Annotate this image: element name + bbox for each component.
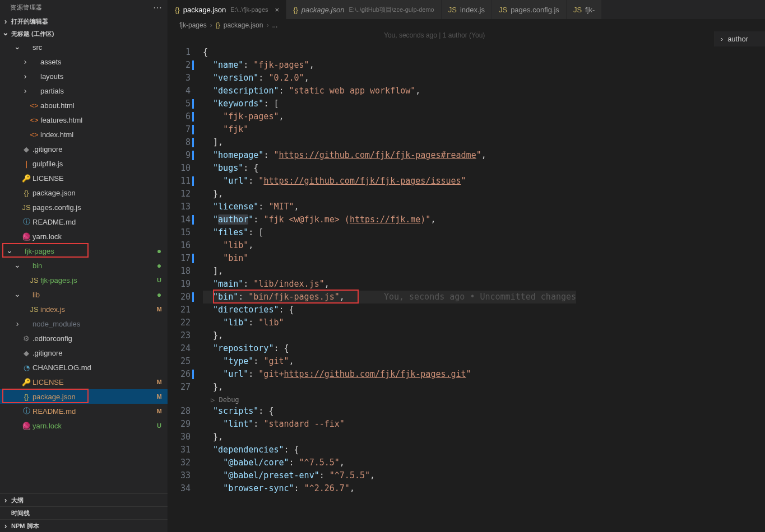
tree-item[interactable]: layouts — [0, 69, 168, 83]
tree-label: partials — [40, 87, 155, 95]
tab-file-icon: JS — [573, 6, 582, 14]
tree-item[interactable]: JSfjk-pages.jsU — [0, 273, 168, 287]
tree-item[interactable]: 🧶yarn.lock — [0, 229, 168, 244]
file-icon: JS — [29, 305, 39, 314]
editor-tab[interactable]: JSindex.js — [442, 0, 492, 19]
file-tree: srcassetslayoutspartials<>about.html<>fe… — [0, 40, 168, 493]
tree-label: pages.config.js — [33, 203, 155, 212]
tree-label: gulpfile.js — [33, 160, 155, 168]
tree-item[interactable]: ◔CHANGELOG.md — [0, 360, 168, 375]
code-area[interactable]: { "name": "fjk-pages", "version": "0.2.0… — [201, 46, 576, 532]
tree-label: fjk-pages.js — [40, 276, 155, 284]
file-icon: 🧶 — [21, 422, 31, 430]
tree-item[interactable]: {}package.jsonM — [0, 389, 168, 404]
tree-item[interactable]: assets — [0, 54, 168, 69]
tree-item[interactable]: 🔑LICENSEM — [0, 375, 168, 389]
tree-item[interactable]: <>features.html — [0, 113, 168, 127]
tree-item[interactable]: {}package.json — [0, 185, 168, 200]
editor-tab[interactable]: JSfjk- — [567, 0, 602, 19]
file-icon: {} — [21, 393, 31, 401]
tree-item[interactable]: 🧶yarn.lockU — [0, 418, 168, 433]
tree-label: index.js — [40, 305, 155, 314]
file-icon: 🔑 — [21, 174, 31, 183]
explorer-more-icon[interactable]: ⋯ — [153, 2, 163, 13]
sidebar-bottom-section[interactable]: 大纲 — [0, 493, 168, 506]
file-icon: ◆ — [21, 145, 31, 153]
file-icon: {} — [21, 189, 31, 197]
tree-item[interactable]: JSpages.config.js — [0, 200, 168, 214]
tree-item[interactable]: <>index.html — [0, 127, 168, 142]
file-icon: <> — [29, 116, 39, 124]
tree-label: README.md — [33, 218, 155, 226]
explorer-title: 资源管理器 — [10, 3, 43, 12]
workspace-section[interactable]: 无标题 (工作区) — [0, 27, 168, 40]
tree-label: README.md — [33, 407, 155, 416]
tree-label: bin — [33, 262, 155, 270]
line-gutter[interactable]: 1234567891011121314151617181920212223242… — [168, 46, 201, 532]
tree-item[interactable]: bin● — [0, 258, 168, 273]
tab-file-icon: JS — [499, 6, 507, 14]
file-icon: 🧶 — [21, 232, 31, 241]
sidebar-bottom-section[interactable]: NPM 脚本 — [0, 519, 168, 532]
editor-tab[interactable]: {}package.jsonE:\..\gitHub项目\zce-gulp-de… — [286, 0, 442, 19]
file-icon: JS — [21, 203, 31, 212]
tab-file-icon: {} — [293, 6, 298, 14]
tree-label: .editorconfig — [33, 334, 155, 343]
tree-item[interactable]: <>about.html — [0, 98, 168, 113]
close-icon[interactable]: × — [275, 6, 280, 14]
tree-item[interactable]: ⚙.editorconfig — [0, 331, 168, 346]
tree-item[interactable]: 🔑LICENSE — [0, 171, 168, 185]
tree-label: package.json — [33, 189, 155, 197]
tree-label: features.html — [40, 116, 155, 124]
tree-label: src — [33, 43, 155, 52]
file-icon: ❘ — [21, 160, 31, 168]
tree-item[interactable]: fjk-pages● — [0, 244, 168, 258]
file-icon: <> — [29, 130, 39, 139]
tree-item[interactable]: partials — [0, 83, 168, 98]
tree-label: node_modules — [33, 320, 155, 328]
file-icon: ⚙ — [21, 334, 31, 343]
tree-label: LICENSE — [33, 174, 155, 183]
file-icon: 🔑 — [21, 378, 31, 386]
chevron-right-icon — [2, 17, 9, 26]
sidebar-bottom-section[interactable]: 时间线 — [0, 506, 168, 519]
chevron-down-icon — [2, 29, 9, 38]
breadcrumb[interactable]: fjk-pages›{}package.json›... — [168, 19, 765, 31]
tree-label: CHANGELOG.md — [33, 363, 155, 372]
tree-item[interactable]: node_modules — [0, 316, 168, 331]
open-editors-section[interactable]: 打开的编辑器 — [0, 15, 168, 27]
tree-item[interactable]: ◆.gitignore — [0, 346, 168, 360]
editor-tab[interactable]: {}package.jsonE:\..\fjk-pages× — [168, 0, 286, 19]
tree-label: LICENSE — [33, 378, 155, 386]
file-icon: <> — [29, 101, 39, 110]
tree-item[interactable]: ◆.gitignore — [0, 142, 168, 156]
editor-tab[interactable]: JSpages.config.js — [492, 0, 567, 19]
tree-label: fjk-pages — [25, 247, 155, 255]
tree-label: yarn.lock — [33, 422, 155, 430]
file-icon: ◔ — [21, 363, 31, 372]
tree-label: package.json — [33, 393, 155, 401]
tree-label: .gitignore — [33, 145, 155, 153]
file-icon: ⓘ — [21, 406, 31, 416]
sticky-outline[interactable]: › author — [715, 31, 765, 46]
tree-label: index.html — [40, 130, 155, 139]
tree-label: .gitignore — [33, 349, 155, 357]
tree-item[interactable]: ❘gulpfile.js — [0, 156, 168, 171]
tree-item[interactable]: JSindex.jsM — [0, 302, 168, 316]
tree-label: about.html — [40, 101, 155, 110]
tree-item[interactable]: lib● — [0, 287, 168, 302]
chevron-right-icon: › — [721, 35, 723, 43]
tree-label: yarn.lock — [33, 232, 155, 241]
tree-item[interactable]: ⓘREADME.mdM — [0, 404, 168, 418]
tree-label: assets — [40, 58, 155, 66]
tab-file-icon: {} — [175, 6, 180, 14]
git-blame-annotation: You, seconds ago | 1 author (You) — [384, 31, 485, 39]
tree-item[interactable]: src — [0, 40, 168, 54]
tab-bar: {}package.jsonE:\..\fjk-pages×{}package.… — [168, 0, 765, 19]
tree-label: layouts — [40, 72, 155, 81]
explorer-sidebar: 资源管理器 ⋯ 打开的编辑器 无标题 (工作区) srcassetslayout… — [0, 0, 168, 532]
file-icon: ⓘ — [21, 217, 31, 227]
tab-file-icon: JS — [448, 6, 457, 14]
tree-label: lib — [33, 291, 155, 299]
tree-item[interactable]: ⓘREADME.md — [0, 214, 168, 229]
